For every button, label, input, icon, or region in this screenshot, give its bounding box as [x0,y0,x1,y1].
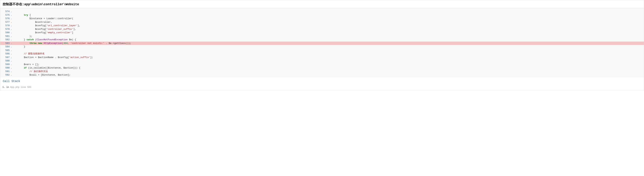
code-line: 575. try { [0,13,644,17]
page-title: 控制器不存在:app\admin\controller\Website [0,0,644,8]
line-number: 587 [0,56,11,59]
line-number: 585 [0,49,11,52]
code-line: 583. throw new HttpException(404, 'contr… [0,42,644,45]
line-dot: . [11,42,12,45]
line-content: $config['controller_suffix'], [12,27,644,31]
line-content: $vars = []; [12,63,644,66]
line-content [12,59,644,63]
call-stack-list: in App.php line 583 [0,84,644,90]
code-line: 580. $config['empty_controller'] [0,31,644,34]
code-line: 577. $controller, [0,20,644,24]
code-line: 584. } [0,45,644,49]
code-line: 585. [0,49,644,52]
line-content: } catch (ClassNotFoundException $e) { [12,38,644,42]
line-dot: . [11,59,12,63]
line-dot: . [11,24,12,27]
line-dot: . [11,20,12,24]
line-number: 577 [0,20,11,24]
code-line: 586. // 获取当前操作名 [0,52,644,56]
line-dot: . [11,49,12,52]
line-number: 576 [0,17,11,20]
code-line: 588. [0,59,644,63]
line-dot: . [11,38,12,42]
line-number: 589 [0,63,11,66]
line-dot: . [11,17,12,20]
error-page: 控制器不存在:app\admin\controller\Website 574.… [0,0,644,90]
code-line: 579. $config['controller_suffix'], [0,27,644,31]
line-content: $instance = Loader::controller( [12,17,644,20]
code-line: 592. $call = [$instance, $action]; [0,73,644,77]
line-content: $controller, [12,20,644,24]
call-stack-title: Call Stack [0,78,644,84]
line-dot: . [11,66,12,70]
line-content: $config['url_controller_layer'], [12,24,644,27]
line-content [12,10,644,13]
line-content: throw new HttpException(404, 'controller… [12,42,644,45]
code-line: 587. $action = $actionName . $config['ac… [0,56,644,59]
line-content: $call = [$instance, $action]; [12,73,644,77]
line-content: $config['empty_controller'] [12,31,644,34]
line-number: 590 [0,66,11,70]
line-dot: . [11,63,12,66]
line-dot: . [11,73,12,77]
line-dot: . [11,34,12,38]
line-content [12,49,644,52]
line-number: 588 [0,59,11,63]
code-line: 576. $instance = Loader::controller( [0,17,644,20]
code-line: 578. $config['url_controller_layer'], [0,24,644,27]
line-number: 575 [0,13,11,17]
line-content: // 执行操作方法 [12,70,644,73]
line-number: 592 [0,73,11,77]
code-line: 590. if (is_callable([$instance, $action… [0,66,644,70]
code-line: 591. // 执行操作方法 [0,70,644,73]
line-number: 582 [0,38,11,42]
line-dot: . [11,56,12,59]
line-number: 578 [0,24,11,27]
line-dot: . [11,13,12,17]
line-number: 591 [0,70,11,73]
code-line: 589. $vars = []; [0,63,644,66]
line-dot: . [11,70,12,73]
line-dot: . [11,31,12,34]
line-number: 574 [0,10,11,13]
line-content: } [12,45,644,49]
line-content: ); [12,34,644,38]
line-number: 581 [0,34,11,38]
line-dot: . [11,27,12,31]
line-number: 580 [0,31,11,34]
stack-item: in App.php line 583 [6,86,641,89]
code-line: 582. } catch (ClassNotFoundException $e)… [0,38,644,42]
code-line: 574. [0,10,644,13]
line-content: // 获取当前操作名 [12,52,644,56]
line-content: $action = $actionName . $config['action_… [12,56,644,59]
line-content: if (is_callable([$instance, $action])) { [12,66,644,70]
line-dot: . [11,45,12,49]
code-block: 574.575. try {576. $instance = Loader::c… [0,8,644,78]
line-content: try { [12,13,644,17]
line-dot: . [11,10,12,13]
line-number: 583 [0,42,11,45]
line-number: 584 [0,45,11,49]
line-dot: . [11,52,12,56]
line-number: 579 [0,27,11,31]
line-number: 586 [0,52,11,56]
code-line: 581. ); [0,34,644,38]
